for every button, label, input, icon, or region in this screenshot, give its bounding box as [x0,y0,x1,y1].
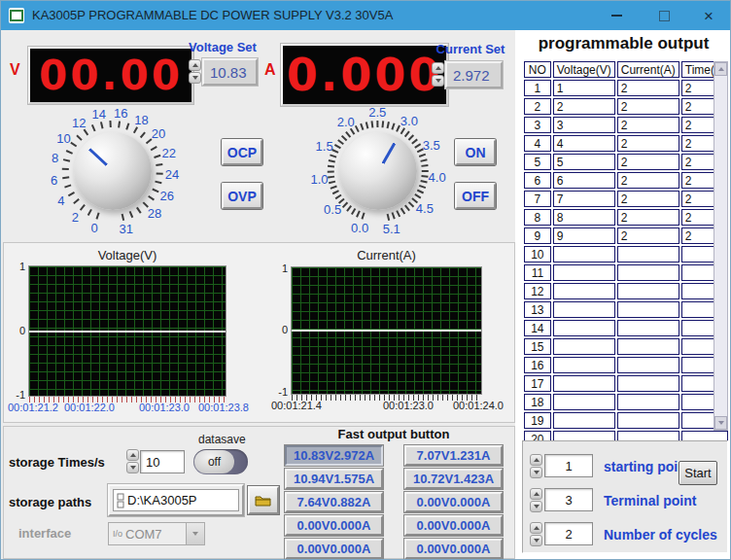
table-cell[interactable] [617,375,679,392]
table-cell[interactable]: 2 [617,191,679,207]
storage-times-decrement-button[interactable] [126,462,139,473]
voltage-increment-button[interactable] [189,59,201,71]
table-cell[interactable]: 5 [553,154,615,170]
current-set-input[interactable] [447,63,501,87]
fast-output-button[interactable]: 10.72V1.423A [404,469,503,489]
table-cell[interactable] [617,412,679,429]
fast-output-button[interactable]: 7.07V1.231A [404,445,503,466]
terminal-point-input[interactable] [545,492,592,508]
ocp-button[interactable]: OCP [222,139,262,165]
dial-scale-label: 2.5 [368,105,386,120]
voltage-decrement-button[interactable] [189,72,201,84]
fast-output-button[interactable]: 0.00V0.000A [404,492,503,512]
table-cell[interactable]: 7 [553,191,615,207]
voltage-set-input[interactable] [204,60,256,84]
cycles-input[interactable] [545,526,592,542]
table-row-number: 11 [524,264,551,281]
table-cell[interactable] [553,394,615,410]
terminal-point-decrement-button[interactable] [530,501,542,512]
table-cell[interactable]: 2 [617,135,679,152]
fast-output-button[interactable]: 0.00V0.000A [404,515,503,536]
table-cell[interactable] [553,412,615,429]
cycles-decrement-button[interactable] [530,535,542,546]
table-cell[interactable] [617,394,679,410]
starting-point-input[interactable] [545,458,592,474]
off-button[interactable]: OFF [455,183,496,209]
table-cell[interactable]: 2 [617,209,679,226]
datasave-label: datasave [198,433,246,446]
fast-output-button[interactable]: 0.00V0.000A [285,515,383,536]
table-cell[interactable]: 2 [617,154,679,170]
terminal-point-increment-button[interactable] [530,488,542,500]
dial-scale-label: 22 [162,145,176,159]
fast-output-right-column: 7.07V1.231A10.72V1.423A0.00V0.000A0.00V0… [404,445,503,559]
dial-tick [408,134,414,140]
table-cell[interactable]: 9 [553,228,615,244]
close-icon[interactable]: × [689,1,728,30]
table-cell[interactable] [553,357,615,373]
datasave-toggle[interactable]: off [193,449,248,474]
table-cell[interactable] [617,264,679,281]
dial-tick [110,121,112,127]
column-header-current[interactable]: Current(A) [617,61,679,78]
table-cell[interactable] [553,375,615,392]
table-cell[interactable] [553,338,615,355]
starting-point-decrement-button[interactable] [530,467,542,478]
table-cell[interactable]: 2 [617,80,679,96]
table-cell[interactable]: 2 [617,172,679,189]
ovp-button[interactable]: OVP [222,183,262,209]
table-cell[interactable]: 1 [553,80,615,96]
table-cell[interactable] [617,357,679,373]
table-cell[interactable] [553,246,615,262]
table-cell[interactable] [617,301,679,318]
table-cell[interactable] [553,320,615,336]
table-cell[interactable]: 8 [553,209,615,226]
terminal-point-spinner [530,488,542,512]
current-decrement-button[interactable] [432,75,444,87]
fast-output-button[interactable]: 7.64V0.882A [285,492,383,512]
table-cell[interactable] [553,283,615,299]
table-scrollbar[interactable] [714,61,728,431]
table-row: 11 [524,264,728,281]
storage-times-increment-button[interactable] [126,449,139,461]
voltage-x-label: 00:01:23.8 [195,402,252,413]
fast-output-button[interactable]: 10.94V1.575A [285,469,383,489]
io-icon: I/o [109,530,122,539]
table-cell[interactable] [617,338,679,355]
starting-point-increment-button[interactable] [530,454,542,466]
table-cell[interactable] [617,283,679,299]
voltage-set-label: Voltage Set [188,40,258,54]
table-cell[interactable] [617,246,679,262]
storage-times-input[interactable] [141,451,184,472]
table-cell[interactable]: 3 [553,117,615,133]
scrollbar-down-icon[interactable] [714,416,727,430]
storage-path-input[interactable] [125,493,229,508]
column-header-no[interactable]: NO [524,61,551,78]
table-cell[interactable] [617,320,679,336]
scrollbar-up-icon[interactable] [714,62,727,76]
on-button[interactable]: ON [455,139,496,165]
fast-output-button[interactable]: 0.00V0.000A [285,539,383,559]
table-cell[interactable]: 2 [617,117,679,133]
fast-output-button[interactable]: 10.83V2.972A [285,445,383,466]
table-cell[interactable]: 6 [553,172,615,189]
browse-folder-button[interactable] [248,486,279,514]
column-header-voltage[interactable]: Voltage(V) [553,61,615,78]
start-button[interactable]: Start [679,461,717,485]
minimize-icon[interactable] [597,1,636,30]
table-cell[interactable]: 2 [617,228,679,244]
table-cell[interactable]: 2 [617,98,679,115]
dial-tick [96,213,100,220]
current-set-spinner [432,62,444,87]
table-cell[interactable]: 4 [553,135,615,152]
dial-tick [100,122,103,128]
table-cell[interactable] [553,264,615,281]
table-cell[interactable] [553,301,615,318]
maximize-icon[interactable] [644,1,683,30]
current-increment-button[interactable] [432,62,444,74]
cycles-increment-button[interactable] [530,522,542,534]
cycles-label: Number of cycles [604,527,717,542]
interface-dropdown[interactable]: I/o COM7 [108,522,205,545]
fast-output-button[interactable]: 0.00V0.000A [404,539,503,559]
table-cell[interactable]: 2 [553,98,615,115]
